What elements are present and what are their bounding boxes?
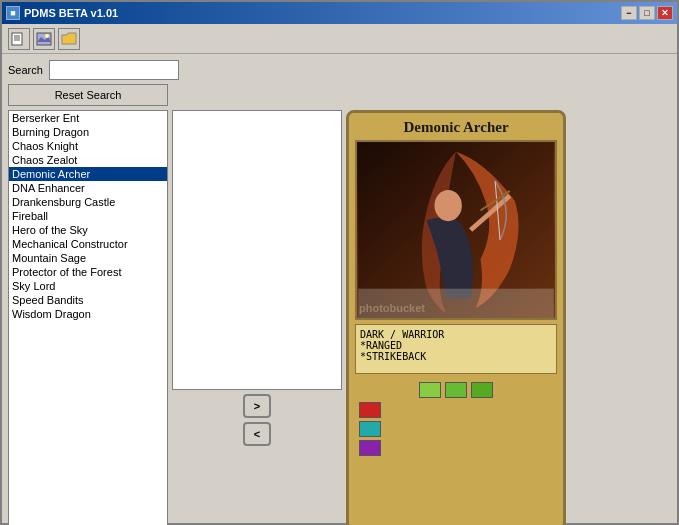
card-desc-line-3: *STRIKEBACK	[360, 351, 552, 362]
list-item[interactable]: Protector of the Forest	[9, 265, 167, 279]
left-panel: Berserker Ent Burning Dragon Chaos Knigh…	[8, 110, 168, 525]
swatch-green-3	[471, 382, 493, 398]
card-list[interactable]: Berserker Ent Burning Dragon Chaos Knigh…	[8, 110, 168, 525]
list-item[interactable]: Wisdom Dragon	[9, 307, 167, 321]
preview-box	[172, 110, 342, 390]
folder-icon	[61, 32, 77, 46]
card-desc-line-2: *RANGED	[360, 340, 552, 351]
content-area: Search Reset Search Berserker Ent Burnin…	[2, 54, 677, 525]
panels-row: Berserker Ent Burning Dragon Chaos Knigh…	[8, 110, 671, 525]
toolbar-button-3[interactable]	[58, 28, 80, 50]
list-item-selected[interactable]: Demonic Archer	[9, 167, 167, 181]
svg-point-8	[434, 190, 461, 221]
swatch-teal	[359, 421, 381, 437]
swatch-purple	[359, 440, 381, 456]
toolbar-button-1[interactable]	[8, 28, 30, 50]
archer-svg	[357, 142, 555, 318]
title-bar: ■ PDMS BETA v1.01 − □ ✕	[2, 2, 677, 24]
card-title: Demonic Archer	[355, 119, 557, 136]
list-item[interactable]: Chaos Knight	[9, 139, 167, 153]
swatch-green-1	[419, 382, 441, 398]
middle-area: > < Demonic Archer	[172, 110, 671, 525]
list-item[interactable]: Mountain Sage	[9, 251, 167, 265]
list-item[interactable]: Burning Dragon	[9, 125, 167, 139]
list-item[interactable]: Berserker Ent	[9, 111, 167, 125]
arrow-right-button[interactable]: >	[243, 394, 271, 418]
svg-rect-11	[358, 289, 554, 318]
new-icon	[11, 32, 27, 46]
close-button[interactable]: ✕	[657, 6, 673, 20]
list-item[interactable]: Fireball	[9, 209, 167, 223]
svg-point-6	[45, 34, 49, 38]
toolbar-button-2[interactable]	[33, 28, 55, 50]
list-item[interactable]: DNA Enhancer	[9, 181, 167, 195]
search-input[interactable]	[49, 60, 179, 80]
list-item[interactable]: Sky Lord	[9, 279, 167, 293]
svg-rect-0	[12, 33, 22, 45]
swatch-green-2	[445, 382, 467, 398]
swatch-red	[359, 402, 381, 418]
window-title: PDMS BETA v1.01	[24, 7, 621, 19]
list-item[interactable]: Hero of the Sky	[9, 223, 167, 237]
card-swatches-top	[355, 382, 557, 398]
list-item[interactable]: Chaos Zealot	[9, 153, 167, 167]
card: Demonic Archer	[346, 110, 566, 525]
card-image: photobucket	[355, 140, 557, 320]
minimize-button[interactable]: −	[621, 6, 637, 20]
card-desc-line-1: DARK / WARRIOR	[360, 329, 552, 340]
toolbar	[2, 24, 677, 54]
list-item[interactable]: Mechanical Constructor	[9, 237, 167, 251]
list-item[interactable]: Speed Bandits	[9, 293, 167, 307]
card-swatches-bottom	[359, 402, 557, 456]
window-controls: − □ ✕	[621, 6, 673, 20]
search-label: Search	[8, 64, 43, 76]
card-description: DARK / WARRIOR *RANGED *STRIKEBACK	[355, 324, 557, 374]
arrow-left-button[interactable]: <	[243, 422, 271, 446]
card-panel: Demonic Archer	[346, 110, 566, 525]
reset-search-button[interactable]: Reset Search	[8, 84, 168, 106]
search-row: Search	[8, 60, 671, 80]
window-icon: ■	[6, 6, 20, 20]
image-icon	[36, 32, 52, 46]
list-item[interactable]: Drankensburg Castle	[9, 195, 167, 209]
maximize-button[interactable]: □	[639, 6, 655, 20]
main-window: ■ PDMS BETA v1.01 − □ ✕	[0, 0, 679, 525]
